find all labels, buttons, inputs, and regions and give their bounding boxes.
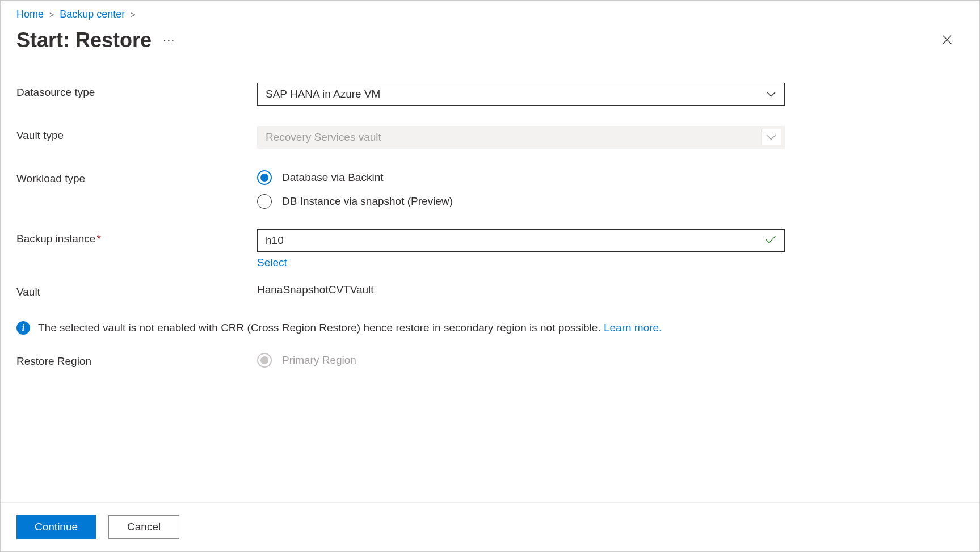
close-button[interactable] xyxy=(937,30,957,51)
info-text: The selected vault is not enabled with C… xyxy=(38,322,662,334)
vault-type-value: Recovery Services vault xyxy=(266,131,381,144)
radio-circle-icon xyxy=(257,194,272,209)
datasource-type-dropdown[interactable]: SAP HANA in Azure VM xyxy=(257,83,785,106)
workload-type-label: Workload type xyxy=(16,169,257,185)
breadcrumb-home[interactable]: Home xyxy=(16,9,44,20)
datasource-type-label: Datasource type xyxy=(16,83,257,99)
vault-type-dropdown: Recovery Services vault xyxy=(257,126,785,149)
workload-radio-snapshot[interactable]: DB Instance via snapshot (Preview) xyxy=(257,194,785,209)
vault-value: HanaSnapshotCVTVault xyxy=(257,283,785,296)
info-banner: i The selected vault is not enabled with… xyxy=(1,321,979,335)
restore-region-primary-label: Primary Region xyxy=(282,354,356,366)
breadcrumb-backup-center[interactable]: Backup center xyxy=(60,9,125,20)
continue-button[interactable]: Continue xyxy=(16,515,96,539)
info-icon: i xyxy=(16,321,30,335)
valid-checkmark-icon xyxy=(765,234,776,247)
more-actions-icon[interactable]: ··· xyxy=(163,33,175,48)
radio-circle-icon xyxy=(257,170,272,185)
backup-instance-value: h10 xyxy=(266,234,284,247)
chevron-right-icon: > xyxy=(131,10,135,19)
datasource-type-value: SAP HANA in Azure VM xyxy=(266,88,380,100)
backup-instance-label: Backup instance* xyxy=(16,229,257,245)
restore-region-label: Restore Region xyxy=(16,352,257,368)
vault-label: Vault xyxy=(16,283,257,298)
chevron-right-icon: > xyxy=(49,10,54,19)
cancel-button[interactable]: Cancel xyxy=(108,515,179,539)
required-indicator: * xyxy=(96,233,100,245)
radio-circle-icon xyxy=(257,353,272,368)
select-link[interactable]: Select xyxy=(257,256,287,269)
backup-instance-input[interactable]: h10 xyxy=(257,229,785,252)
restore-region-radio-group: Primary Region xyxy=(257,352,785,368)
chevron-down-icon xyxy=(766,131,776,144)
workload-radio-snapshot-label: DB Instance via snapshot (Preview) xyxy=(282,195,453,208)
breadcrumb: Home > Backup center > xyxy=(1,1,979,24)
workload-type-radio-group: Database via Backint DB Instance via sna… xyxy=(257,169,785,209)
footer-actions: Continue Cancel xyxy=(1,502,979,551)
page-title: Start: Restore xyxy=(16,28,152,52)
workload-radio-backint[interactable]: Database via Backint xyxy=(257,170,785,185)
page-header: Start: Restore ··· xyxy=(1,24,979,60)
restore-region-primary: Primary Region xyxy=(257,353,785,368)
close-icon xyxy=(941,33,953,46)
chevron-down-icon xyxy=(766,88,776,100)
vault-type-label: Vault type xyxy=(16,126,257,142)
learn-more-link[interactable]: Learn more. xyxy=(604,322,662,334)
workload-radio-backint-label: Database via Backint xyxy=(282,171,384,184)
